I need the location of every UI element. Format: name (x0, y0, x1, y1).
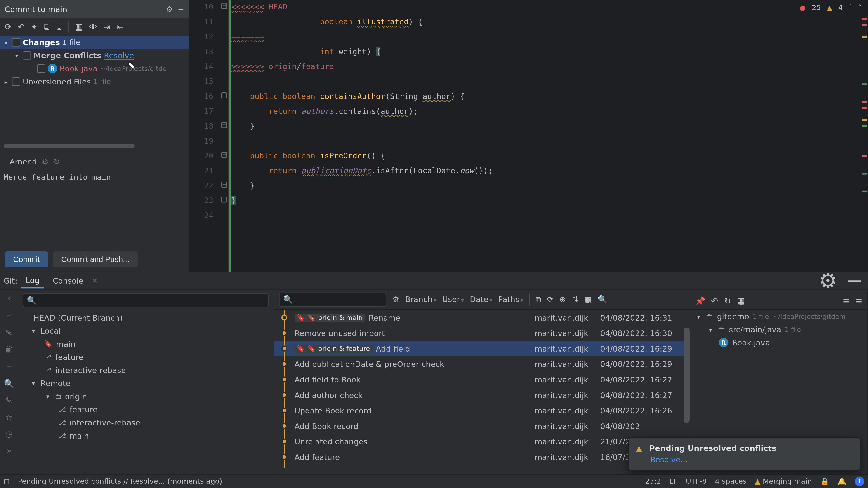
history-icon[interactable]: ↻ (724, 296, 731, 305)
refresh-icon[interactable]: ⟳ (547, 295, 554, 304)
commit-row[interactable]: 🔖🔖origin & mainRenamemarit.van.dijk04/08… (274, 310, 690, 325)
sort-icon[interactable]: ⇅ (572, 295, 579, 304)
popup-resolve-link[interactable]: Resolve... (650, 455, 853, 464)
grid-icon[interactable]: ▦ (737, 296, 745, 305)
filter-date[interactable]: Date▾ (470, 295, 492, 304)
diff-icon[interactable]: ⧉ (43, 22, 50, 32)
commit-row[interactable]: Add publicationDate & preOrder checkmari… (274, 356, 690, 372)
filter-gear-icon[interactable]: ⚙ (392, 295, 399, 304)
checkbox[interactable] (12, 77, 20, 86)
code-area[interactable]: <<<<<<< HEAD boolean illustrated) {=====… (231, 0, 868, 271)
vertical-scrollbar[interactable] (684, 328, 690, 423)
magic-icon[interactable]: ✦ (31, 22, 38, 32)
chevron-down-icon[interactable]: ▾ (30, 380, 37, 386)
chevron-down-icon[interactable]: ▾ (707, 326, 714, 333)
back-icon[interactable]: ‹ (7, 293, 11, 302)
pin-icon[interactable]: 📌 (695, 296, 705, 305)
chevron-down-icon[interactable]: ▾ (2, 39, 10, 46)
commit-row[interactable]: Add author checkmarit.van.dijk04/08/2022… (274, 387, 690, 403)
expand-icon[interactable]: ⇥ (103, 22, 110, 32)
local-branch-item[interactable]: ⎇feature (18, 350, 274, 363)
checkbox[interactable] (23, 51, 31, 60)
clock-icon[interactable]: ◷ (5, 429, 12, 438)
commit-row[interactable]: Remove unused importmarit.van.dijk04/08/… (274, 325, 690, 341)
prev-highlight-icon[interactable]: ˄ (849, 4, 852, 12)
commit-button[interactable]: Commit (5, 252, 48, 267)
error-stripe[interactable] (860, 0, 868, 271)
origin-node[interactable]: ▾ 🗀 origin (18, 390, 274, 403)
commit-row[interactable]: Add featuremarit.van.dijk16/07/202 (274, 449, 690, 465)
filter-paths[interactable]: Paths▾ (498, 295, 523, 304)
gear-icon[interactable]: ⚙ (166, 4, 173, 13)
remote-branch-item[interactable]: ⎇interactive-rebase (18, 416, 274, 429)
delete-icon[interactable]: 🗑 (5, 344, 13, 354)
resolve-link[interactable]: Resolve (104, 51, 134, 60)
unversioned-node[interactable]: ▸ Unversioned Files 1 file (0, 75, 189, 88)
minimize-icon[interactable]: − (178, 4, 184, 13)
tab-console[interactable]: Console (48, 274, 88, 288)
merge-conflicts-node[interactable]: ▾ Merge Conflicts Resolve (0, 49, 189, 62)
gear-icon[interactable]: ⚙ (818, 269, 837, 292)
notifications-icon[interactable]: 🔔 (837, 477, 846, 485)
chevron-down-icon[interactable]: ▾ (44, 393, 51, 399)
status-message[interactable]: Pending Unresolved conflicts // Resolve.… (18, 477, 222, 485)
fold-toggle-icon[interactable]: − (221, 182, 227, 188)
detail-file-node[interactable]: R Book.java (690, 336, 867, 349)
group-icon[interactable]: ▦ (75, 22, 83, 32)
local-branch-item[interactable]: ⎇interactive-rebase (18, 363, 274, 377)
fold-toggle-icon[interactable]: − (221, 3, 227, 9)
brush-icon[interactable]: ✎ (5, 396, 12, 405)
commit-row[interactable]: Add Book recordmarit.van.dijk04/08/202 (274, 418, 690, 434)
local-branch-item[interactable]: 🔖main (18, 337, 274, 350)
cherry-pick-icon[interactable]: ⊕ (559, 295, 566, 304)
remote-branch-item[interactable]: ⎇main (18, 429, 274, 442)
open-new-tab-icon[interactable]: ⧉ (536, 295, 541, 304)
rollback-icon[interactable]: ↶ (18, 22, 25, 32)
commit-row[interactable]: 🔖🔖origin & featureAdd fieldmarit.van.dij… (274, 341, 690, 356)
gear-icon[interactable]: ⚙ (42, 157, 49, 166)
more-icon[interactable]: ＋ (5, 361, 13, 372)
chevron-down-icon[interactable]: ▾ (695, 313, 702, 320)
remote-branch-item[interactable]: ⎇feature (18, 403, 274, 416)
commit-message-input[interactable]: Merge feature into main (4, 173, 185, 182)
detail-root-node[interactable]: ▾ 🗀 gitdemo 1 file ~/IdeaProjects/gitdem (690, 310, 867, 323)
changes-node[interactable]: ▾ Changes 1 file (0, 36, 189, 49)
collapse-icon[interactable]: ≡ (856, 296, 863, 305)
chevron-down-icon[interactable]: ▾ (30, 327, 37, 334)
commit-row[interactable]: Update Book recordmarit.van.dijk04/08/20… (274, 403, 690, 418)
shelf-icon[interactable]: ⤓ (56, 22, 63, 32)
expand-icon[interactable]: » (6, 446, 11, 455)
preview-icon[interactable]: 👁 (89, 22, 97, 32)
chevron-down-icon[interactable]: ▾ (13, 52, 20, 59)
inspection-widget[interactable]: ● 25 ▲ 4 ˄ ˅ (800, 4, 862, 12)
checkbox[interactable] (37, 64, 45, 73)
search-icon[interactable]: 🔍 (598, 295, 607, 304)
chevron-right-icon[interactable]: ▸ (2, 78, 10, 85)
checkbox[interactable] (12, 38, 20, 46)
git-status[interactable]: ▲ Merging main (755, 477, 812, 485)
indent-setting[interactable]: 4 spaces (715, 477, 747, 485)
filter-branch[interactable]: Branch▾ (405, 295, 436, 304)
processes-icon[interactable]: ↑ (855, 476, 864, 486)
expand-icon[interactable]: ≡ (842, 296, 849, 305)
commit-and-push-button[interactable]: Commit and Push... (53, 252, 138, 267)
minimize-icon[interactable]: − (841, 269, 868, 292)
lock-icon[interactable]: 🔒 (820, 477, 829, 485)
edit-icon[interactable]: ✎ (5, 328, 12, 337)
commit-row[interactable]: Add field to Bookmarit.van.dijk04/08/202… (274, 372, 690, 387)
file-encoding[interactable]: UTF-8 (686, 477, 707, 485)
conflict-file-row[interactable]: R Book.java ~/IdeaProjects/gitde (0, 62, 189, 75)
editor[interactable]: 101112131415161718192021222324 − − − − −… (190, 0, 868, 271)
close-tab-icon[interactable]: ✕ (92, 276, 98, 285)
head-branch-node[interactable]: HEAD (Current Branch) (18, 311, 274, 324)
tab-log[interactable]: Log (21, 273, 44, 288)
fold-toggle-icon[interactable]: − (221, 197, 227, 202)
grid-icon[interactable]: ▦ (584, 295, 592, 304)
fold-toggle-icon[interactable]: − (221, 122, 227, 128)
refresh-icon[interactable]: ⟳ (5, 22, 12, 32)
line-separator[interactable]: LF (669, 477, 677, 485)
history-icon[interactable]: ↻ (54, 157, 60, 166)
branch-search-input[interactable]: 🔍 (23, 293, 269, 307)
caret-position[interactable]: 23:2 (645, 477, 661, 485)
commit-table[interactable]: 🔖🔖origin & mainRenamemarit.van.dijk04/08… (274, 310, 690, 474)
